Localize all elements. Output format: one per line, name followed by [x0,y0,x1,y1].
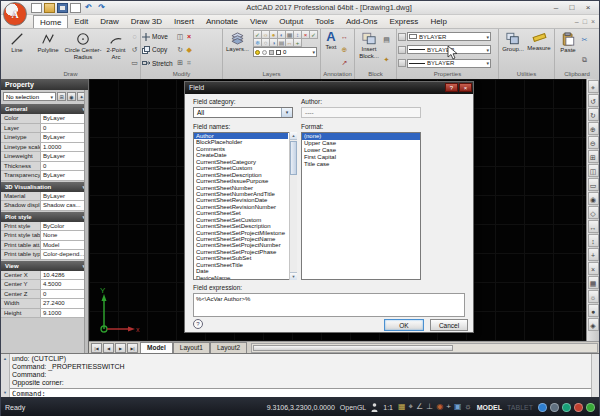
minimize-button[interactable]: – [551,3,561,12]
canvas-tool-icon[interactable]: ↻ [588,108,599,121]
property-row[interactable]: Print style ByColor [1,222,88,232]
property-row[interactable]: Shadow displ... Shadow cas... [1,201,88,211]
canvas-tool-icon[interactable]: ⊕ [588,122,599,135]
property-row[interactable]: Layer 0 [1,124,88,134]
insert-block-button[interactable]: Insert Block... [356,30,382,70]
restore-button[interactable]: □ [567,3,577,12]
annotation-scale[interactable]: 1:1 [383,404,393,411]
status-toggle-icon[interactable]: ☼ [464,401,471,413]
property-row[interactable]: Transparency ByLayer [1,171,88,181]
spline-icon[interactable]: ↺ [130,46,139,54]
format-item[interactable]: (none) [302,133,420,140]
property-row[interactable]: Center Z 0 [1,290,88,300]
canvas-tool-icon[interactable]: ⌖ [588,80,599,93]
canvas-tool-icon[interactable]: ▦ [588,276,599,289]
dialog-help-button[interactable]: ? [445,83,458,92]
menu-tab[interactable]: Insert [168,15,200,28]
render-mode[interactable]: OpenGL [340,404,366,411]
move-button[interactable]: Move [142,31,173,42]
field-category-dropdown[interactable]: All ▾ [193,107,293,118]
rotate-icon[interactable]: ↻ [176,46,185,54]
close-button[interactable]: × [583,3,593,12]
tablet-toggle[interactable]: TABLET [507,404,533,411]
layers-button[interactable]: Layers... [224,30,251,70]
copy-clip-icon[interactable]: ⧉ [580,56,589,64]
copy-button[interactable]: Copy [142,44,173,55]
canvas-tool-icon[interactable]: ◉ [588,192,599,205]
arc-button[interactable]: 2-Point Arc [102,30,130,70]
section-header-plot[interactable]: Plot style [1,212,88,222]
status-indicator-icon[interactable] [538,403,547,412]
command-scrollbar[interactable] [591,354,599,397]
polyline-button[interactable]: Polyline [32,30,64,70]
status-toggle-icon[interactable]: ∠ [416,401,423,413]
canvas-tool-icon[interactable]: ↕ [588,234,599,247]
scroll-down-icon[interactable]: ▼ [3,390,7,395]
canvas-tool-icon[interactable]: ◈ [588,318,599,331]
stretch-button[interactable]: Stretch [142,58,173,69]
menu-tab[interactable]: Tools [309,15,340,28]
dialog-title-bar[interactable]: Field ? × [185,82,473,94]
status-indicator-icon[interactable] [586,403,595,412]
new-file-icon[interactable] [31,3,42,13]
menu-tab[interactable]: Help [424,15,452,28]
status-indicator-icon[interactable] [550,403,559,412]
command-gutter[interactable]: ▲ ▼ [1,354,10,397]
status-toggle-icon[interactable]: ▦ [398,401,406,413]
tab-nav-button[interactable]: ▶ [115,343,126,353]
field-name-item[interactable]: CurrentSheetSetProjectNumber [194,242,288,248]
linetype-dropdown[interactable]: BYLAYER ▾ [407,59,491,68]
user-icon[interactable] [371,403,378,412]
canvas-tool-icon[interactable]: + [588,248,599,261]
attribute-icon[interactable]: ✦ [382,56,391,64]
canvas-tool-icon[interactable]: ↺ [588,94,599,107]
tab-nav-button[interactable]: ◀ [103,343,114,353]
tab-nav-button[interactable]: ▶| [127,343,138,353]
format-item[interactable]: Upper Case [302,140,420,147]
erase-icon[interactable]: × [185,33,194,41]
block-editor-icon[interactable]: ▤ [382,36,391,44]
menu-tab[interactable]: Output [273,15,309,28]
scrollbar-thumb[interactable] [290,141,297,175]
format-item[interactable]: First Capital [302,154,420,161]
status-toggle-icon[interactable]: ◉ [436,401,443,413]
explode-icon[interactable]: ◆ [185,46,194,54]
status-indicator-icon[interactable] [574,403,583,412]
property-row[interactable]: Center X 10.4286 [1,271,88,281]
rectangle-icon[interactable]: ▭ [130,59,139,67]
array-icon[interactable]: ⊞ [176,59,185,67]
model-toggle[interactable]: MODEL [477,404,502,411]
menu-tab[interactable]: Edit [68,15,94,28]
section-header-view[interactable]: View [1,261,88,271]
property-row[interactable]: Center Y 4.5000 [1,280,88,290]
canvas-tool-icon[interactable]: × [588,262,599,275]
ok-button[interactable]: OK [384,319,424,331]
centermark-icon[interactable]: ⊕ [340,46,349,54]
format-list[interactable]: (none)Upper CaseLower CaseFirst CapitalT… [301,132,421,280]
quick-select-button[interactable]: ⊞ [57,92,66,101]
line-button[interactable]: Line [2,30,32,70]
menu-tab[interactable]: Draw [94,15,125,28]
menu-tab[interactable]: Express [383,15,424,28]
canvas-tool-icon[interactable]: ☼ [588,290,599,303]
redo-icon[interactable]: ↷ [96,3,107,13]
menu-tab[interactable]: Home [33,15,68,28]
trim-icon[interactable]: ⌗ [185,59,194,67]
text-button[interactable]: A Text [322,30,340,70]
canvas-tool-icon[interactable]: ▭ [588,178,599,191]
scroll-up-icon[interactable]: ▲ [3,356,7,361]
property-row[interactable]: Print table type Color-depend... [1,250,88,260]
status-toggle-icon[interactable]: + [446,401,451,413]
canvas-tool-icon[interactable]: ● [588,304,599,317]
mdi-restore-button[interactable]: □ [583,16,587,28]
layer-tool-icon[interactable]: + [293,38,302,47]
layout-tab[interactable]: Layout2 [210,342,247,353]
horizontal-scrollbar[interactable] [251,343,598,353]
undo-icon[interactable]: ↶ [83,3,94,13]
layer-tool-icon[interactable]: ✓ [309,30,318,39]
layout-tab[interactable]: Layout1 [173,342,210,353]
help-icon[interactable]: ? [193,319,203,329]
mirror-icon[interactable]: ◫ [176,33,185,41]
format-item[interactable]: Title case [302,161,420,168]
leader-icon[interactable]: ↗ [340,59,349,67]
